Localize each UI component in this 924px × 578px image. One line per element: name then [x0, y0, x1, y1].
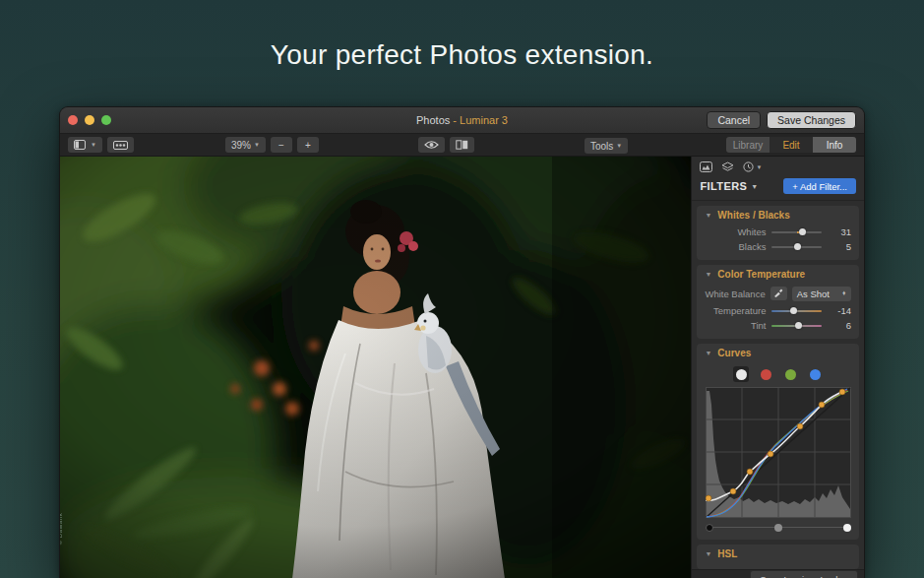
chevron-down-icon: ▼ — [254, 142, 260, 148]
hero-title: Your perfect Photos extension. — [0, 39, 924, 71]
panel-toggle-button[interactable]: ▼ — [68, 137, 102, 153]
app-window: Photos - Luminar 3 Cancel Save Changes ▼ — [59, 106, 865, 578]
channel-blue[interactable] — [807, 366, 823, 382]
photo-canvas[interactable]: © DaMank — [60, 157, 691, 578]
tab-info[interactable]: Info — [813, 137, 856, 153]
zoom-out-button[interactable]: − — [271, 137, 292, 153]
window-content: © DaMank — [60, 157, 864, 578]
channel-white-selected[interactable] — [733, 366, 749, 382]
tint-slider[interactable] — [771, 321, 822, 331]
filmstrip-icon — [113, 141, 128, 150]
zoom-level-dropdown[interactable]: 39% ▼ — [225, 137, 266, 153]
channel-red[interactable] — [758, 366, 773, 382]
panel-toggle-icon — [74, 140, 88, 150]
eyedropper-icon — [773, 289, 783, 298]
compare-button[interactable] — [450, 137, 474, 153]
filter-cards: ▼ Whites / Blacks Whites 31 Blacks — [692, 201, 864, 569]
hsl-title: HSL — [717, 548, 737, 559]
add-filter-button[interactable]: + Add Filter... — [783, 178, 856, 194]
chevron-down-icon: ▼ — [91, 142, 96, 148]
black-point-handle[interactable] — [706, 524, 713, 532]
view-controls — [418, 137, 474, 153]
minimize-window-icon[interactable] — [85, 115, 94, 125]
blacks-value: 5 — [828, 241, 851, 252]
zoom-controls: 39% ▼ − + — [225, 137, 319, 153]
filters-header: FILTERS ▼ + Add Filter... — [692, 174, 864, 201]
filmstrip-button[interactable] — [107, 137, 134, 153]
save-changes-button[interactable]: Save Changes — [767, 111, 856, 130]
panel-icon-row: ▼ — [692, 157, 864, 174]
blacks-row: Blacks 5 — [697, 239, 859, 254]
save-look-bar: Save Luminar Look... — [692, 569, 864, 578]
compare-icon — [456, 140, 468, 150]
color-temperature-title: Color Temperature — [717, 269, 805, 280]
white-channel-icon — [736, 369, 747, 380]
save-luminar-look-button[interactable]: Save Luminar Look... — [750, 570, 858, 578]
blacks-label: Blacks — [705, 241, 766, 252]
curve-plot — [706, 387, 851, 518]
white-balance-row: White Balance As Shot ▲▼ — [697, 284, 859, 303]
temperature-slider[interactable] — [771, 306, 822, 316]
history-button[interactable]: ▼ — [743, 161, 762, 172]
white-point-handle[interactable] — [843, 524, 851, 532]
close-window-icon[interactable] — [68, 115, 78, 125]
collapse-triangle-icon: ▼ — [705, 550, 711, 557]
toolbar: ▼ 39% ▼ − + — [60, 134, 864, 157]
color-temperature-card: ▼ Color Temperature White Balance As — [697, 265, 859, 339]
green-channel-icon — [785, 369, 796, 380]
select-arrows-icon: ▲▼ — [842, 291, 846, 296]
hsl-header[interactable]: ▼ HSL — [697, 545, 859, 563]
histogram-icon — [700, 161, 712, 172]
collapse-triangle-icon: ▼ — [705, 212, 711, 219]
red-channel-icon — [761, 369, 771, 380]
chevron-down-icon: ▼ — [616, 143, 622, 149]
gray-point-handle[interactable] — [774, 524, 782, 532]
whites-slider[interactable] — [771, 227, 822, 237]
page: { "hero": { "title": "Your perfect Photo… — [0, 0, 924, 578]
white-balance-value: As Shot — [797, 289, 830, 299]
tint-row: Tint 6 — [697, 318, 859, 333]
histogram-button[interactable] — [700, 161, 712, 172]
tools-dropdown[interactable]: Tools ▼ — [585, 138, 628, 154]
channel-green[interactable] — [782, 366, 798, 382]
layers-icon — [721, 161, 734, 172]
filters-dropdown[interactable]: FILTERS — [700, 180, 747, 192]
tools-group: Tools ▼ — [585, 136, 628, 155]
curve-graph[interactable] — [706, 387, 851, 518]
white-balance-select[interactable]: As Shot ▲▼ — [792, 287, 851, 301]
eyedropper-button[interactable] — [770, 287, 787, 300]
chevron-down-icon: ▼ — [756, 164, 762, 170]
tab-library[interactable]: Library — [726, 137, 770, 153]
window-title-doc: - Luminar 3 — [453, 114, 508, 126]
whites-blacks-title: Whites / Blacks — [717, 210, 789, 221]
history-icon — [743, 161, 754, 172]
curves-header[interactable]: ▼ Curves — [697, 344, 859, 362]
preview-toggle-button[interactable] — [418, 137, 445, 153]
collapse-triangle-icon: ▼ — [705, 350, 711, 356]
photo-illustration — [60, 157, 691, 578]
collapse-triangle-icon: ▼ — [705, 271, 711, 278]
window-titlebar: Photos - Luminar 3 Cancel Save Changes — [60, 107, 864, 134]
tools-label: Tools — [590, 141, 613, 152]
color-temperature-header[interactable]: ▼ Color Temperature — [697, 265, 859, 284]
layers-button[interactable] — [721, 161, 734, 172]
hsl-card: ▼ HSL — [697, 545, 859, 569]
whites-blacks-header[interactable]: ▼ Whites / Blacks — [697, 206, 859, 225]
whites-row: Whites 31 — [697, 225, 859, 239]
whites-label: Whites — [705, 226, 766, 237]
blue-channel-icon — [810, 369, 821, 380]
cancel-button[interactable]: Cancel — [707, 111, 761, 130]
temperature-value: -14 — [828, 305, 851, 316]
temperature-row: Temperature -14 — [697, 303, 859, 318]
traffic-lights — [68, 115, 111, 125]
zoom-level-value: 39% — [231, 140, 251, 151]
blacks-slider[interactable] — [771, 242, 822, 252]
zoom-window-icon[interactable] — [101, 115, 111, 125]
photo-watermark: © DaMank — [60, 513, 63, 545]
edit-panel: ▼ FILTERS ▼ + Add Filter... ▼ Whites / B… — [691, 157, 864, 578]
zoom-in-button[interactable]: + — [297, 137, 319, 153]
curve-range-slider[interactable] — [706, 521, 851, 534]
curves-title: Curves — [717, 348, 751, 358]
tab-edit[interactable]: Edit — [770, 137, 813, 153]
window-title-app: Photos — [416, 114, 450, 126]
